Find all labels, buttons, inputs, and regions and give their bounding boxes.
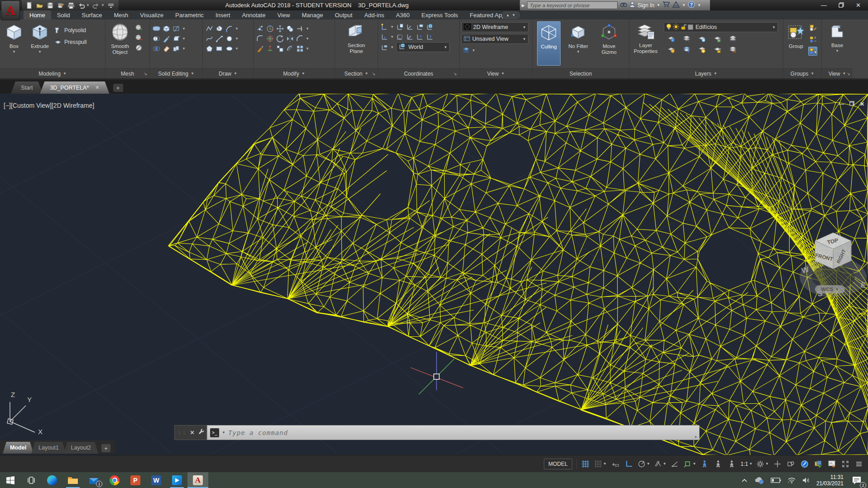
move-3d-icon[interactable]	[265, 44, 274, 53]
group-select-toggle-icon[interactable]	[808, 47, 817, 56]
movies-tv-icon[interactable]	[167, 472, 187, 488]
ribbon-tab-annotate[interactable]: Annotate	[236, 10, 271, 19]
command-input[interactable]: >_ ▼ Type a command ▲	[207, 425, 700, 440]
layer-off-icon[interactable]	[667, 34, 676, 43]
command-line-grip[interactable]: ⋮⋮ ✕	[174, 425, 207, 440]
viewport-close-icon[interactable]: ✕	[860, 101, 864, 107]
layer-properties-button[interactable]: LayerProperties	[631, 21, 660, 67]
layer-on-bulb-icon[interactable]	[666, 24, 671, 31]
chamfer-dropdown-icon[interactable]: ▼	[305, 34, 310, 43]
ucs-icon[interactable]	[380, 22, 389, 31]
layer-freeze-icon[interactable]	[697, 34, 706, 43]
fillet-icon[interactable]	[255, 34, 264, 43]
viewport-config-icon[interactable]	[461, 46, 470, 55]
circle-icon[interactable]	[225, 34, 234, 43]
trim-icon[interactable]	[295, 24, 304, 33]
ribbon-display-toggle[interactable]: ▲▼	[502, 12, 520, 19]
revision-cloud-icon[interactable]: A	[215, 24, 224, 33]
slice-dropdown-icon[interactable]: ▼	[182, 24, 186, 33]
command-resize-icon[interactable]: ▲	[694, 434, 698, 439]
ribbon-tab-express-tools[interactable]: Express Tools	[416, 10, 464, 19]
panel-label-groups[interactable]: Groups▼	[783, 68, 821, 78]
annotation-visibility-toggle[interactable]	[698, 458, 711, 470]
graphics-performance-button[interactable]	[798, 458, 811, 470]
box-button[interactable]: Box▼	[2, 21, 26, 67]
chamfer-icon[interactable]	[295, 34, 304, 43]
ucs-dropdown-icon[interactable]: ▼	[390, 22, 394, 31]
line-icon[interactable]	[215, 34, 224, 43]
help-dropdown-icon[interactable]: ▼	[697, 3, 701, 7]
trim-dropdown-icon[interactable]: ▼	[305, 24, 310, 33]
ucs-x-icon[interactable]: x	[380, 32, 389, 41]
smooth-object-button[interactable]: SmoothObject	[107, 21, 133, 67]
panel-label-mesh[interactable]: Mesh↘	[106, 68, 149, 78]
layout-tab-layout2[interactable]: Layout2	[64, 442, 98, 454]
redo-icon[interactable]	[92, 1, 100, 9]
culling-button[interactable]: Culling	[537, 21, 561, 66]
ucs-previous-icon[interactable]	[395, 32, 404, 41]
arc-dropdown-icon[interactable]: ▼	[235, 24, 239, 33]
fillet-edge-icon[interactable]	[162, 34, 171, 43]
action-center-icon[interactable]: 2	[850, 474, 863, 487]
ribbon-tab-insert[interactable]: Insert	[210, 10, 236, 19]
mesh-no-smooth-icon[interactable]	[134, 43, 143, 52]
search-icon[interactable]	[620, 1, 627, 10]
panel-label-view-base[interactable]: View▼↘	[822, 68, 853, 78]
tray-clock[interactable]: 11:31 21/03/2021	[816, 474, 844, 487]
task-view-button[interactable]	[21, 472, 42, 488]
ellipse-icon[interactable]	[225, 44, 234, 53]
start-button[interactable]	[0, 472, 21, 488]
move-gizmo-button[interactable]: MoveGizmo	[596, 21, 622, 67]
arc-icon[interactable]	[225, 24, 234, 33]
array-dropdown-icon[interactable]: ▼	[305, 44, 310, 53]
solid-intersect-icon[interactable]	[152, 44, 161, 53]
solid-subtract-icon[interactable]	[152, 34, 161, 43]
solid-separate-icon[interactable]	[162, 44, 171, 53]
ucs-world-icon[interactable]	[425, 22, 434, 31]
app-store-cart-icon[interactable]	[662, 1, 670, 10]
layout-tab-layout1[interactable]: Layout1	[31, 442, 66, 454]
ucs-x-dropdown-icon[interactable]: ▼	[390, 32, 394, 41]
ellipse-dropdown-icon[interactable]: ▼	[235, 44, 239, 53]
thicken-dropdown-icon[interactable]: ▼	[182, 34, 186, 43]
layer-color-swatch[interactable]	[688, 24, 693, 30]
extrude-button[interactable]: Extrude▼	[28, 21, 52, 67]
panel-label-view[interactable]: View▼	[460, 68, 532, 78]
clean-screen-button[interactable]	[839, 458, 852, 470]
chrome-icon[interactable]	[104, 472, 125, 488]
wcs-menu[interactable]: WCS▼	[815, 285, 845, 293]
interfere-dropdown-icon[interactable]: ▼	[182, 44, 186, 53]
new-layout-button[interactable]: ＋	[101, 444, 110, 452]
qat-customize-icon[interactable]	[107, 1, 115, 9]
solid-history-icon[interactable]	[162, 24, 171, 33]
volume-icon[interactable]	[802, 477, 810, 483]
close-button[interactable]: ✕	[856, 2, 861, 8]
section-plane-button[interactable]: SectionPlane	[340, 21, 372, 67]
application-menu-button[interactable]: A	[1, 0, 20, 20]
solid-union-icon[interactable]	[152, 24, 161, 33]
named-view-select[interactable]: Unsaved View▼	[461, 34, 528, 44]
ucs-object-icon[interactable]	[405, 22, 414, 31]
copy-icon[interactable]	[285, 24, 294, 33]
command-tools-icon[interactable]	[198, 428, 205, 437]
ribbon-tab-output[interactable]: Output	[329, 10, 358, 19]
circle-dropdown-icon[interactable]: ▼	[235, 34, 239, 43]
isolate-objects-button[interactable]	[785, 458, 797, 470]
annotation-scale-button[interactable]: 1:1▼	[739, 458, 754, 470]
onedrive-icon[interactable]	[753, 476, 764, 484]
help-icon[interactable]: ?	[688, 1, 695, 10]
recent-commands-icon[interactable]: ▼	[222, 431, 225, 435]
mail-icon[interactable]: 1	[83, 472, 104, 488]
wifi-icon[interactable]: *	[787, 477, 796, 483]
no-filter-button[interactable]: No Filter▼	[565, 21, 591, 67]
command-prompt-icon[interactable]: >_	[210, 428, 219, 437]
panel-label-modify[interactable]: Modify▼	[254, 68, 335, 78]
search-collapse-icon[interactable]: ▶	[522, 3, 525, 8]
save-as-icon[interactable]	[57, 1, 64, 9]
move-icon[interactable]	[275, 24, 284, 33]
isometric-drafting-toggle[interactable]: ▼	[652, 458, 668, 470]
autocad-icon[interactable]: A	[187, 472, 208, 488]
ribbon-tab-solid[interactable]: Solid	[51, 10, 76, 19]
layer-match-icon[interactable]	[728, 34, 737, 43]
interfere-icon[interactable]	[172, 44, 181, 53]
